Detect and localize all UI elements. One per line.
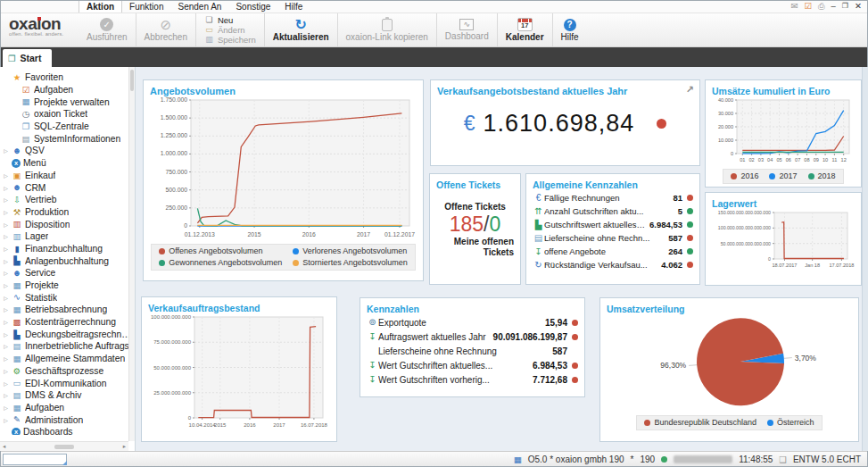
expander-icon[interactable]: ▷: [3, 306, 9, 313]
sidebar-item-favoriten[interactable]: ★Favoriten: [3, 71, 135, 84]
sidebar-item-anlagenbuchhaltung[interactable]: ▷▙Anlagenbuchhaltung: [3, 254, 135, 267]
menu-aktion[interactable]: Aktion: [79, 0, 122, 13]
toolbar-group-execute: ✓ Ausführen: [79, 13, 136, 46]
restore-icon[interactable]: ❐: [842, 3, 848, 10]
menu-hilfe[interactable]: Hilfe: [277, 0, 310, 13]
sidebar-item-projekte[interactable]: ▷▦Projekte: [3, 279, 135, 292]
sidebar-item-qsv[interactable]: ▷☻QSV: [3, 145, 135, 157]
svg-text:250.000: 250.000: [165, 204, 187, 211]
save-button[interactable]: ▥ Speichern: [204, 35, 256, 45]
expander-icon[interactable]: ▷: [3, 246, 9, 252]
sidebar-item-vertrieb[interactable]: ▷⇩Vertrieb: [3, 194, 135, 206]
minimize-icon[interactable]: –: [831, 2, 836, 11]
expander-icon[interactable]: ▷: [3, 209, 9, 215]
sidebar-item-label: Anlagenbuchhaltung: [25, 256, 109, 266]
expander-icon[interactable]: ▷: [3, 270, 9, 276]
sidebar-item-deckungsbeitragsrechnung[interactable]: ▷▙Deckungsbeitragsrechnung: [3, 328, 135, 340]
execute-button[interactable]: ✓ Ausführen: [87, 18, 128, 42]
mail-icon[interactable]: ✉: [790, 2, 798, 11]
print-icon[interactable]: ⎙: [818, 2, 825, 11]
expander-icon[interactable]: ▷: [3, 331, 9, 338]
expander-icon[interactable]: ▷: [3, 295, 9, 301]
expander-icon[interactable]: ▷: [3, 282, 9, 288]
scroll-right-icon[interactable]: ▸: [123, 443, 126, 450]
sidebar-item-finanzbuchhaltung[interactable]: ▷▮Finanzbuchhaltung: [3, 243, 135, 255]
expander-icon[interactable]: ▷: [3, 185, 9, 191]
sidebar-item-produktion[interactable]: ▷⚒Produktion: [3, 206, 135, 219]
metric-row-lieferscheine-ohne-rechnung: Lieferscheine ohne Rechnung587: [367, 344, 578, 358]
expander-icon[interactable]: ▷: [3, 221, 9, 228]
sidebar-item-projekte-verwalten[interactable]: ▦Projekte verwalten: [3, 96, 135, 108]
sidebar-item-dashboards[interactable]: xDashboards: [3, 426, 135, 435]
expander-icon[interactable]: ▷: [3, 319, 9, 325]
sidebar-item-einkauf[interactable]: ▷▣Einkauf: [3, 170, 135, 182]
scroll-left-icon[interactable]: ◂: [3, 443, 5, 450]
svg-text:10.000: 10.000: [718, 138, 733, 143]
metric-value: 15,94: [545, 318, 567, 328]
credit-count-icon: ⇈: [533, 207, 544, 216]
expand-icon[interactable]: ↗: [686, 84, 694, 96]
close-icon[interactable]: ✕: [855, 2, 862, 11]
expander-icon[interactable]: ▷: [3, 258, 9, 264]
task-check-icon[interactable]: ☑: [804, 2, 812, 11]
sidebar-item-gesch-ftsprozesse[interactable]: ▷⚙Geschäftsprozesse: [3, 365, 135, 378]
sidebar-item-lager[interactable]: ▷▥Lager: [3, 230, 135, 243]
sidebar-item-crm[interactable]: ▷☻CRM: [3, 181, 135, 194]
expander-icon[interactable]: ▷: [3, 343, 9, 349]
scrollbar-thumb[interactable]: [54, 445, 74, 449]
menu-funktion[interactable]: Funktion: [122, 0, 170, 13]
legend-dot: [644, 420, 650, 426]
calendar-button[interactable]: 17 Kalender: [506, 18, 544, 42]
expander-icon[interactable]: ▷: [3, 233, 9, 239]
help-button[interactable]: ? Hilfe: [561, 19, 579, 42]
sidebar-item-service[interactable]: ▷☻Service: [3, 267, 135, 279]
legend-dot: [159, 248, 165, 254]
sidebar-item-dms-archiv[interactable]: ▷▤DMS & Archiv: [3, 389, 135, 402]
status-input[interactable]: [3, 454, 67, 465]
menu-sonstige[interactable]: Sonstige: [228, 0, 277, 13]
sidebar-item-administration[interactable]: ▷✎Administration: [3, 413, 135, 426]
projects-icon: ▦: [12, 281, 22, 290]
sidebar-item-disposition[interactable]: ▷▥Disposition: [3, 218, 135, 230]
expander-icon[interactable]: ▷: [3, 355, 9, 362]
copy-link-button[interactable]: oxaion-Link kopieren: [346, 19, 428, 42]
sidebar-item-sql-zentrale[interactable]: ❐SQL-Zentrale: [3, 121, 135, 133]
expander-icon[interactable]: ▷: [3, 368, 9, 374]
sidebar-item-aufgaben[interactable]: ▷▦Aufgaben: [3, 402, 135, 414]
svg-text:150.000.000.000.000.000: 150.000.000.000.000.000: [718, 210, 771, 215]
refresh-button[interactable]: ↻ Aktualisieren: [273, 18, 329, 42]
legend-item-2018: 2018: [808, 171, 836, 182]
menu-senden-an[interactable]: Senden An: [170, 0, 228, 13]
svg-text:01.12.2013: 01.12.2013: [185, 231, 215, 238]
metric-value: 5: [678, 206, 682, 216]
sidebar-item-men[interactable]: xMenü: [3, 157, 135, 170]
sidebar-item-statistik[interactable]: ▷∿Statistik: [3, 291, 135, 304]
dashboard-button[interactable]: ∿ Dashboard: [445, 19, 489, 41]
new-button[interactable]: ❏ Neu: [204, 15, 256, 25]
sidebar-item-betriebsabrechnung[interactable]: ▷▦Betriebsabrechnung: [3, 304, 135, 316]
expander-icon[interactable]: ▷: [3, 172, 9, 179]
expander-icon[interactable]: ▷: [3, 404, 9, 411]
legend-label: Gewonnenes Angebotsvolumen: [169, 257, 282, 269]
sidebar-item-oxaion-ticket[interactable]: ◷oxaion Ticket: [3, 108, 135, 121]
sidebar-item-systeminformationen[interactable]: ▤SystemInformationen: [3, 132, 135, 145]
archive-icon: ▤: [12, 391, 22, 400]
expander-icon[interactable]: ▷: [3, 147, 9, 154]
svg-text:3,70%: 3,70%: [795, 354, 817, 363]
edit-button[interactable]: ▭ Ändern: [204, 25, 256, 35]
metric-value: 6.984,53: [533, 361, 567, 371]
sidebar-item-allgemeine-stammdaten[interactable]: ▷▦Allgemeine Stammdaten: [3, 353, 135, 365]
expander-icon[interactable]: ▷: [3, 392, 9, 398]
sidebar-horizontal-scrollbar[interactable]: ◂ ▸: [0, 441, 128, 451]
expander-icon[interactable]: ▷: [3, 417, 9, 423]
sidebar-item-innerbetriebliche-auftragsa[interactable]: ▷▤Innerbetriebliche Auftragsa: [3, 340, 135, 353]
main-vertical-scrollbar[interactable]: [862, 67, 868, 451]
expander-icon[interactable]: ▷: [3, 380, 9, 387]
sidebar-item-aufgaben[interactable]: ☑Aufgaben: [3, 84, 135, 96]
sidebar-item-edi-kommunikation[interactable]: ▷▭EDI-Kommunikation: [3, 377, 135, 389]
sidebar-vertical-scrollbar[interactable]: [128, 67, 135, 441]
sidebar-item-kostentr-gerrechnung[interactable]: ▷▩Kostenträgerrechnung: [3, 316, 135, 329]
cancel-button[interactable]: ⊘ Abbrechen: [145, 18, 187, 42]
tab-start[interactable]: ❐ Start: [3, 49, 52, 67]
expander-icon[interactable]: ▷: [3, 196, 9, 203]
